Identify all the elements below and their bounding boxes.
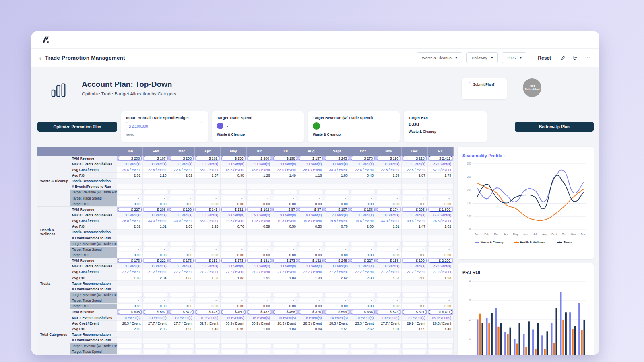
editable-target-pill[interactable] [325, 242, 349, 246]
editable-target-pill[interactable] [402, 344, 426, 348]
editable-value-pill[interactable]: $ 273 [351, 156, 375, 160]
table-cell[interactable]: - [272, 247, 298, 252]
table-cell[interactable]: 10 Event(s) [350, 315, 376, 321]
editable-value-pill[interactable]: $ 190 [170, 208, 194, 212]
table-cell[interactable]: 3 Event(s) [169, 161, 195, 167]
table-cell[interactable]: 150 Event(s) [428, 315, 454, 321]
editable-target-pill[interactable] [196, 344, 219, 348]
table-cell[interactable] [272, 292, 298, 298]
table-cell[interactable]: $ 2,200 [428, 258, 454, 264]
table-cell[interactable]: 10 Event(s) [169, 315, 195, 321]
editable-value-pill[interactable]: $ 208 [170, 156, 194, 160]
table-cell[interactable]: $ 182 [195, 156, 221, 161]
more-options-icon[interactable]: ⋯ [585, 55, 590, 61]
table-cell[interactable] [143, 343, 169, 349]
editable-value-pill[interactable]: $ 173 [118, 259, 142, 263]
editable-value-pill[interactable]: $ 222 [144, 259, 167, 263]
editable-value-pill[interactable]: $ 1,800 [429, 208, 452, 212]
table-cell[interactable]: 3 Event(s) [350, 264, 376, 269]
editable-value-pill[interactable]: $ 478 [196, 310, 219, 314]
table-cell[interactable]: - [247, 195, 272, 201]
table-cell[interactable]: $ 478 [195, 309, 221, 315]
table-cell[interactable]: 27.2 / Event [402, 269, 427, 275]
editable-target-pill[interactable] [248, 344, 271, 348]
table-cell[interactable]: $ 523 [376, 309, 402, 315]
table-cell[interactable]: - [324, 195, 350, 201]
table-cell[interactable]: 3 Event(s) [402, 212, 427, 218]
table-cell[interactable] [247, 292, 272, 298]
table-cell[interactable]: 10 Event(s) [143, 315, 169, 321]
editable-value-pill[interactable]: $ 182 [196, 156, 219, 160]
table-cell[interactable]: 38.0 / Event [324, 167, 350, 173]
table-cell[interactable] [324, 343, 350, 349]
table-cell[interactable]: 27.7 / Event [143, 321, 169, 326]
table-cell[interactable]: - [428, 298, 454, 304]
table-cell[interactable]: 22.8 / Event [402, 167, 427, 173]
table-cell[interactable]: 27.2 / Event [143, 269, 169, 275]
table-cell[interactable]: 22.8 / Event [169, 167, 195, 173]
table-cell[interactable]: 9 Event(s) [272, 212, 298, 218]
table-cell[interactable] [169, 292, 195, 298]
table-cell[interactable]: - [195, 349, 221, 355]
editable-target-pill[interactable]: - [429, 298, 451, 302]
table-cell[interactable]: - [376, 247, 402, 252]
editable-target-pill[interactable]: - [299, 247, 322, 251]
editable-target-pill[interactable]: - [221, 298, 244, 302]
editable-value-pill[interactable]: $ 131 [221, 208, 245, 212]
table-cell[interactable]: - [247, 298, 272, 304]
table-cell[interactable]: 3 Event(s) [221, 264, 246, 269]
table-cell[interactable]: $ 173 [221, 258, 246, 264]
table-cell[interactable] [428, 343, 454, 349]
table-cell[interactable]: $ 190 [169, 207, 195, 212]
table-cell[interactable]: 3 Event(s) [195, 264, 221, 269]
table-cell[interactable] [298, 190, 324, 195]
editable-value-pill[interactable]: $ 597 [144, 310, 167, 314]
table-cell[interactable]: $ 6,411 [428, 309, 454, 315]
table-cell[interactable]: 28.0 / Event [117, 218, 143, 224]
table-cell[interactable] [402, 241, 427, 247]
table-cell[interactable] [247, 241, 272, 247]
table-cell[interactable] [324, 292, 350, 298]
editable-value-pill[interactable]: $ 157 [299, 156, 323, 160]
editable-target-pill[interactable] [144, 190, 167, 194]
table-cell[interactable]: $ 376 [298, 309, 324, 315]
table-cell[interactable]: $ 482 [247, 309, 272, 315]
table-cell[interactable]: 9 Event(s) [247, 212, 272, 218]
table-cell[interactable]: 3 Event(s) [169, 264, 195, 269]
editable-target-pill[interactable] [325, 344, 349, 348]
editable-target-pill[interactable] [118, 293, 142, 297]
editable-value-pill[interactable]: $ 203 [402, 208, 426, 212]
editable-target-pill[interactable] [170, 344, 194, 348]
table-cell[interactable]: 7 Event(s) [324, 212, 350, 218]
editable-target-pill[interactable]: - [402, 247, 425, 251]
editable-target-pill[interactable]: - [196, 196, 218, 200]
editable-value-pill[interactable]: $ 167 [144, 156, 167, 160]
editable-target-pill[interactable]: - [351, 247, 374, 251]
table-cell[interactable]: $ 173 [169, 258, 195, 264]
table-cell[interactable]: - [221, 298, 246, 304]
table-cell[interactable] [272, 190, 298, 195]
table-cell[interactable]: 3 Event(s) [195, 161, 221, 167]
editable-target-pill[interactable]: - [170, 350, 192, 354]
editable-target-pill[interactable] [248, 293, 271, 297]
table-cell[interactable]: $ 273 [350, 156, 376, 161]
table-cell[interactable] [402, 190, 427, 195]
editable-target-pill[interactable] [221, 344, 245, 348]
table-cell[interactable]: 9 Event(s) [221, 212, 246, 218]
editable-target-pill[interactable] [221, 242, 245, 246]
table-cell[interactable]: 27.7 / Event [376, 321, 402, 326]
editable-target-pill[interactable]: - [429, 350, 451, 354]
table-cell[interactable]: - [195, 247, 221, 252]
table-cell[interactable] [117, 343, 143, 349]
table-cell[interactable] [221, 241, 246, 247]
editable-target-pill[interactable] [299, 293, 323, 297]
table-cell[interactable]: $ 208 [117, 156, 143, 161]
table-cell[interactable]: $ 621 [402, 309, 427, 315]
table-cell[interactable] [324, 190, 350, 195]
editable-target-pill[interactable]: - [144, 298, 166, 302]
table-cell[interactable]: $ 203 [402, 207, 427, 212]
editable-target-pill[interactable] [299, 190, 323, 194]
editable-target-pill[interactable] [118, 344, 142, 348]
editable-value-pill[interactable]: $ 482 [248, 310, 271, 314]
table-cell[interactable]: 3 Event(s) [195, 212, 221, 218]
